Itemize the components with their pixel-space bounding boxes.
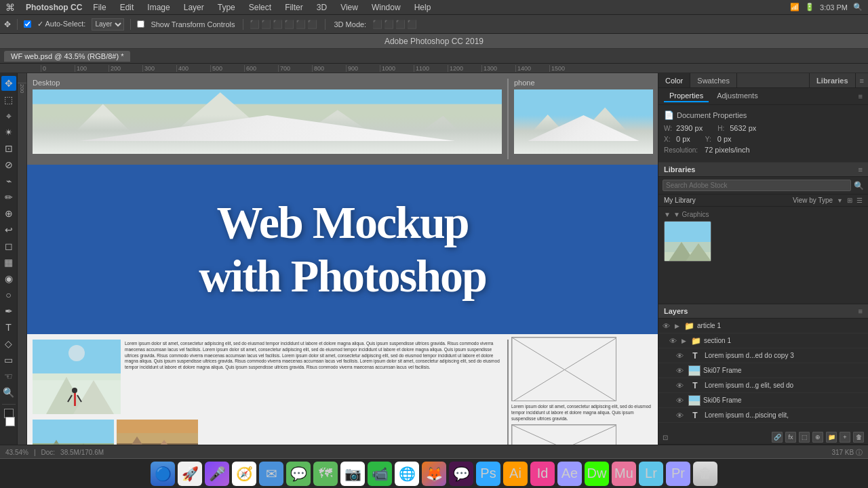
app-name[interactable]: Photoshop CC bbox=[26, 3, 82, 12]
tab-swatches[interactable]: Swatches bbox=[690, 73, 737, 87]
tab-adjustments[interactable]: Adjustments bbox=[711, 90, 764, 102]
menu-filter[interactable]: Filter bbox=[282, 3, 306, 12]
grid-view-icon[interactable]: ⊞ bbox=[847, 197, 852, 204]
dock-finder[interactable]: 🔵 bbox=[151, 462, 175, 486]
layer-text1[interactable]: 👁 T Lorem ipsum d...ed do copy 3 bbox=[658, 348, 868, 363]
dock-trash[interactable]: 🗑 bbox=[693, 462, 717, 486]
dock-photos[interactable]: 📷 bbox=[340, 462, 365, 486]
layer-text2[interactable]: 👁 T Lorem ipsum d...g elit, sed do bbox=[658, 378, 868, 393]
dodge-tool[interactable]: ○ bbox=[1, 287, 16, 302]
tab-libraries[interactable]: Libraries bbox=[809, 73, 855, 87]
dock-ps[interactable]: Ps bbox=[476, 462, 500, 486]
add-group-btn[interactable]: 📁 bbox=[826, 432, 837, 443]
menu-view[interactable]: View bbox=[338, 3, 361, 12]
zoom-tool[interactable]: 🔍 bbox=[1, 385, 16, 400]
menu-select[interactable]: Select bbox=[246, 3, 274, 12]
my-library-label[interactable]: My Library bbox=[664, 197, 696, 204]
layer-text3[interactable]: 👁 T Lorem ipsum d...piscing elit, bbox=[658, 408, 868, 423]
layer-ski06[interactable]: 👁 Ski06 Frame bbox=[658, 393, 868, 408]
prop-menu-icon[interactable]: ≡ bbox=[859, 92, 863, 100]
link-layers-btn[interactable]: 🔗 bbox=[772, 432, 783, 443]
visibility-icon[interactable]: 👁 bbox=[676, 382, 686, 390]
dock-facetime[interactable]: 📹 bbox=[368, 462, 392, 486]
auto-select-dropdown[interactable]: Layer bbox=[92, 18, 124, 30]
transform-controls-checkbox[interactable] bbox=[137, 20, 144, 28]
pen-tool[interactable]: ✒ bbox=[1, 304, 16, 319]
brush-tool[interactable]: ✏ bbox=[1, 190, 16, 205]
tab-color[interactable]: Color bbox=[658, 73, 690, 87]
crop-tool[interactable]: ⊡ bbox=[1, 141, 16, 156]
layer-section1[interactable]: 👁 ▶ 📁 section 1 bbox=[658, 333, 868, 348]
dock-id[interactable]: Id bbox=[530, 462, 555, 486]
lib-menu-icon[interactable]: ≡ bbox=[859, 165, 863, 174]
shape-tool[interactable]: ▭ bbox=[1, 352, 16, 367]
dock-mail[interactable]: ✉ bbox=[259, 462, 283, 486]
add-mask-btn[interactable]: ⬚ bbox=[799, 432, 810, 443]
visibility-icon[interactable]: 👁 bbox=[676, 396, 686, 405]
visibility-icon[interactable]: 👁 bbox=[669, 337, 679, 345]
apple-logo[interactable]: ⌘ bbox=[5, 2, 15, 13]
healing-tool[interactable]: ⌁ bbox=[1, 174, 16, 188]
adobe-stock-search[interactable] bbox=[663, 180, 851, 191]
new-layer-btn[interactable]: + bbox=[840, 432, 850, 443]
menu-layer[interactable]: Layer bbox=[181, 3, 207, 12]
dock-ae[interactable]: Ae bbox=[557, 462, 582, 486]
dock-messages[interactable]: 💬 bbox=[286, 462, 311, 486]
menu-help[interactable]: Help bbox=[412, 3, 434, 12]
search-icon[interactable]: 🔍 bbox=[854, 181, 864, 190]
dock-dw[interactable]: Dw bbox=[585, 462, 609, 486]
dock-firefox[interactable]: 🦊 bbox=[422, 462, 446, 486]
dock-ai[interactable]: Ai bbox=[503, 462, 528, 486]
layers-menu-icon[interactable]: ≡ bbox=[859, 307, 863, 315]
type-tool[interactable]: T bbox=[1, 320, 16, 335]
view-by-dropdown[interactable]: View by Type bbox=[793, 197, 833, 204]
path-tool[interactable]: ◇ bbox=[1, 336, 16, 351]
add-effect-btn[interactable]: fx bbox=[785, 432, 796, 443]
dock-siri[interactable]: 🎤 bbox=[205, 462, 229, 486]
visibility-icon[interactable]: 👁 bbox=[663, 322, 672, 330]
menu-3d[interactable]: 3D bbox=[314, 3, 330, 12]
expand-icon[interactable]: ▶ bbox=[682, 338, 688, 344]
delete-layer-btn[interactable]: 🗑 bbox=[853, 432, 864, 443]
tab-properties[interactable]: Properties bbox=[664, 90, 709, 102]
layer-article1[interactable]: 👁 ▶ 📁 article 1 bbox=[658, 319, 868, 333]
dock-lr[interactable]: Lr bbox=[639, 462, 663, 486]
background-color[interactable] bbox=[5, 417, 15, 426]
visibility-icon[interactable]: 👁 bbox=[676, 367, 686, 375]
dock-slack[interactable]: 💬 bbox=[449, 462, 473, 486]
search-icon[interactable]: 🔍 bbox=[853, 3, 863, 12]
active-tab[interactable]: WF web.psd @ 43.5% (RGB/8#) * bbox=[4, 51, 130, 62]
dock-safari[interactable]: 🧭 bbox=[232, 462, 256, 486]
collapse-icon[interactable]: ▼ bbox=[664, 211, 671, 218]
magic-wand-tool[interactable]: ✴ bbox=[1, 125, 16, 140]
hand-tool[interactable]: ☜ bbox=[1, 369, 16, 384]
visibility-icon[interactable]: 👁 bbox=[676, 411, 686, 420]
blur-tool[interactable]: ◉ bbox=[1, 271, 16, 286]
eraser-tool[interactable]: ◻ bbox=[1, 239, 16, 253]
eyedropper-tool[interactable]: ⊘ bbox=[1, 157, 16, 172]
expand-icon[interactable]: ▶ bbox=[675, 323, 682, 329]
layer-ski07[interactable]: 👁 Ski07 Frame bbox=[658, 363, 868, 378]
panel-menu-icon[interactable]: ≡ bbox=[856, 77, 868, 85]
list-view-icon[interactable]: ☰ bbox=[856, 197, 863, 204]
selection-tool[interactable]: ⬚ bbox=[1, 92, 16, 107]
move-tool[interactable]: ✥ bbox=[1, 76, 16, 91]
clone-tool[interactable]: ⊕ bbox=[1, 206, 16, 221]
dock-chrome[interactable]: 🌐 bbox=[395, 462, 419, 486]
menu-edit[interactable]: Edit bbox=[117, 3, 137, 12]
lasso-tool[interactable]: ⌖ bbox=[1, 108, 16, 123]
dock-maps[interactable]: 🗺 bbox=[313, 462, 338, 486]
gradient-tool[interactable]: ▦ bbox=[1, 255, 16, 270]
menu-file[interactable]: File bbox=[90, 3, 108, 12]
add-adjustment-btn[interactable]: ⊕ bbox=[812, 432, 823, 443]
dock-pr[interactable]: Pr bbox=[666, 462, 690, 486]
menu-image[interactable]: Image bbox=[144, 3, 172, 12]
menu-type[interactable]: Type bbox=[215, 3, 238, 12]
menu-window[interactable]: Window bbox=[369, 3, 403, 12]
canvas-area[interactable]: Desktop phone bbox=[27, 73, 658, 445]
visibility-icon[interactable]: 👁 bbox=[676, 352, 686, 360]
dock-launchpad[interactable]: 🚀 bbox=[178, 462, 202, 486]
auto-select-checkbox[interactable] bbox=[24, 20, 31, 28]
dock-muse[interactable]: Mu bbox=[612, 462, 636, 486]
history-tool[interactable]: ↩ bbox=[1, 222, 16, 237]
